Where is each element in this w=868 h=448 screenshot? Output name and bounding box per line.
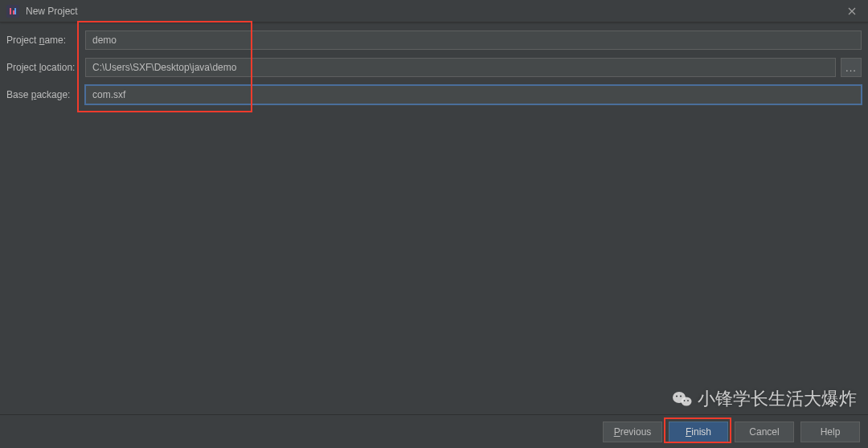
project-name-label: Project name: <box>6 35 85 46</box>
project-location-input[interactable] <box>85 58 836 77</box>
finish-button[interactable]: Finish <box>669 422 728 442</box>
base-package-row: Base package: <box>6 85 862 104</box>
project-location-label: Project location: <box>6 62 85 73</box>
svg-point-3 <box>682 397 692 406</box>
base-package-label: Base package: <box>6 89 85 100</box>
browse-button[interactable]: ... <box>841 58 862 77</box>
project-name-input[interactable] <box>85 31 862 50</box>
svg-point-2 <box>673 392 686 403</box>
wechat-icon <box>672 390 693 408</box>
watermark: 小锋学长生活大爆炸 <box>672 387 857 411</box>
base-package-input[interactable] <box>85 85 862 104</box>
project-name-row: Project name: <box>6 31 862 50</box>
project-location-row: Project location: ... <box>6 58 862 77</box>
svg-point-5 <box>680 395 682 397</box>
svg-point-7 <box>687 400 689 401</box>
app-icon <box>6 5 19 18</box>
help-button[interactable]: Help <box>800 422 860 442</box>
previous-button[interactable]: Previous <box>603 422 662 442</box>
form: Project name: Project location: ... Base… <box>0 22 868 104</box>
cancel-button[interactable]: Cancel <box>735 422 794 442</box>
svg-rect-1 <box>14 8 16 14</box>
close-icon <box>848 7 856 15</box>
close-button[interactable] <box>842 2 862 21</box>
svg-point-6 <box>684 400 686 401</box>
window-title: New Project <box>26 6 78 17</box>
button-bar: Previous Finish Cancel Help <box>0 414 868 448</box>
titlebar: New Project <box>0 0 868 22</box>
watermark-text: 小锋学长生活大爆炸 <box>698 387 857 411</box>
svg-point-4 <box>676 395 678 397</box>
